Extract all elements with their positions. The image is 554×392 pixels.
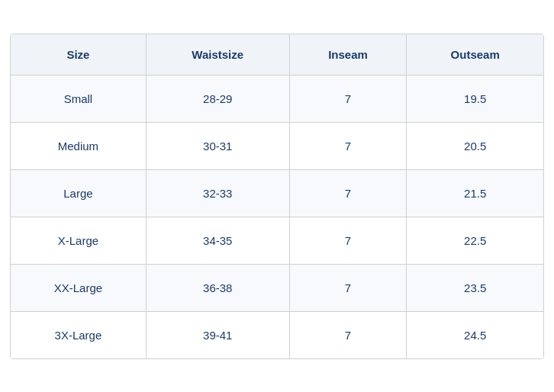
table-row: Large32-33721.5: [11, 169, 543, 217]
cell-outseam: 20.5: [407, 122, 543, 169]
cell-size: Small: [11, 75, 146, 122]
cell-waistsize: 28-29: [146, 75, 289, 122]
cell-outseam: 21.5: [407, 169, 543, 217]
table-header-row: Size Waistsize Inseam Outseam: [11, 34, 543, 76]
table-row: Medium30-31720.5: [11, 122, 543, 169]
table-row: 3X-Large39-41724.5: [11, 311, 543, 358]
header-outseam: Outseam: [407, 34, 543, 76]
cell-outseam: 22.5: [407, 217, 543, 264]
cell-outseam: 23.5: [407, 264, 543, 311]
header-waistsize: Waistsize: [146, 34, 289, 76]
cell-inseam: 7: [289, 264, 407, 311]
cell-inseam: 7: [289, 122, 407, 169]
cell-waistsize: 34-35: [146, 217, 289, 264]
size-chart-table-container: Size Waistsize Inseam Outseam Small28-29…: [10, 34, 544, 359]
cell-waistsize: 39-41: [146, 311, 289, 358]
cell-size: 3X-Large: [11, 311, 146, 358]
header-inseam: Inseam: [289, 34, 407, 76]
cell-size: Large: [11, 169, 146, 217]
cell-size: X-Large: [11, 217, 146, 264]
cell-inseam: 7: [289, 311, 407, 358]
header-size: Size: [11, 34, 146, 76]
cell-size: XX-Large: [11, 264, 146, 311]
cell-inseam: 7: [289, 169, 407, 217]
table-row: Small28-29719.5: [11, 75, 543, 122]
table-row: X-Large34-35722.5: [11, 217, 543, 264]
cell-waistsize: 32-33: [146, 169, 289, 217]
cell-waistsize: 30-31: [146, 122, 289, 169]
cell-inseam: 7: [289, 217, 407, 264]
size-chart-table: Size Waistsize Inseam Outseam Small28-29…: [11, 34, 543, 358]
cell-outseam: 19.5: [407, 75, 543, 122]
cell-outseam: 24.5: [407, 311, 543, 358]
cell-inseam: 7: [289, 75, 407, 122]
table-row: XX-Large36-38723.5: [11, 264, 543, 311]
cell-waistsize: 36-38: [146, 264, 289, 311]
cell-size: Medium: [11, 122, 146, 169]
